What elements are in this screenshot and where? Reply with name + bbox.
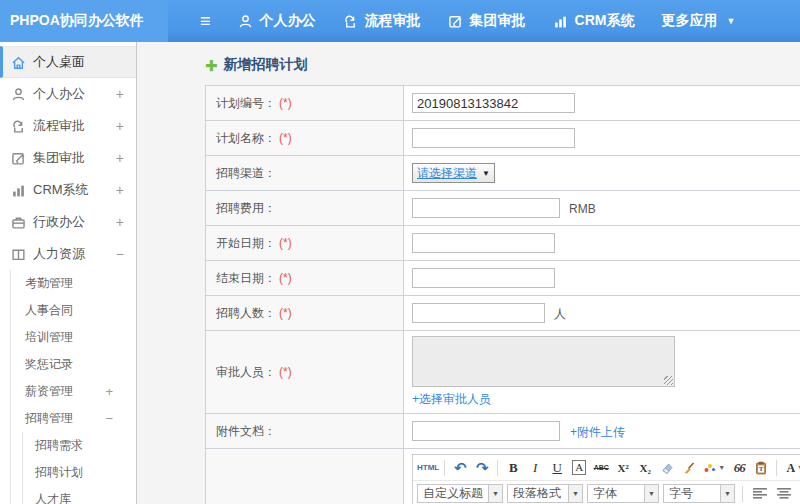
underline-button[interactable]: U: [547, 458, 567, 478]
briefcase-icon: [11, 215, 26, 230]
sidebar-item-crm[interactable]: CRM系统 +: [0, 174, 136, 206]
color-sparkle-icon: [703, 461, 716, 474]
align-left-button[interactable]: [750, 484, 770, 504]
caret-down-icon: ▼: [644, 485, 658, 502]
caret-down-icon: ▼: [718, 464, 725, 471]
sidebar-item-recruit-mgmt[interactable]: 招聘管理 −: [11, 405, 136, 432]
sidebar-item-hr[interactable]: 人力资源 −: [0, 238, 136, 270]
form-row-attachment: 附件文档： +附件上传: [206, 414, 800, 449]
channel-select[interactable]: 请选择渠道 ▼: [412, 163, 495, 183]
sidebar-item-recruit-plan[interactable]: 招聘计划: [23, 459, 136, 486]
collapse-icon[interactable]: −: [105, 412, 113, 425]
blockquote-button[interactable]: 66: [729, 458, 749, 478]
sidebar-item-workflow-approval[interactable]: 流程审批 +: [0, 110, 136, 142]
start-date-input[interactable]: [412, 233, 555, 253]
paste-as-text-button[interactable]: T: [751, 458, 771, 478]
cost-input[interactable]: [412, 198, 560, 218]
user-icon: [238, 14, 253, 29]
font-style-button[interactable]: A: [569, 458, 589, 478]
sidebar-item-personal-office[interactable]: 个人办公 +: [0, 78, 136, 110]
sidebar-item-talent-pool[interactable]: 人才库: [23, 486, 136, 504]
form-row-cost: 招聘费用： RMB: [206, 191, 800, 226]
font-family-dropdown[interactable]: 字体 ▼: [587, 484, 659, 503]
color-effects-button[interactable]: ▼: [701, 458, 727, 478]
editor-toolbar-row2: 自定义标题 ▼ 段落格式 ▼ 字体 ▼: [413, 481, 800, 504]
sidebar-item-label: 人事合同: [25, 302, 73, 319]
field-label: 招聘人数：: [216, 306, 276, 320]
sidebar-item-group-approval[interactable]: 集团审批 +: [0, 142, 136, 174]
app-logo: PHPOA协同办公软件: [0, 0, 168, 42]
sidebar-item-training[interactable]: 培训管理: [11, 324, 136, 351]
custom-title-dropdown[interactable]: 自定义标题 ▼: [417, 484, 503, 503]
plan-number-input[interactable]: [412, 93, 575, 113]
hamburger-menu-icon[interactable]: ≡: [200, 12, 211, 30]
sidebar-item-label: 个人桌面: [33, 53, 85, 71]
undo-button[interactable]: ↶: [450, 458, 470, 478]
dropdown-value: 段落格式: [508, 485, 568, 502]
sidebar-item-rewards[interactable]: 奖惩记录: [11, 351, 136, 378]
toolbar-separator: [742, 486, 743, 502]
field-label: 审批人员：: [216, 365, 276, 379]
sidebar-item-label: 考勤管理: [25, 275, 73, 292]
nav-label: 流程审批: [365, 12, 421, 30]
paragraph-format-dropdown[interactable]: 段落格式 ▼: [507, 484, 583, 503]
form-row-start-date: 开始日期：(*): [206, 226, 800, 261]
align-center-button[interactable]: [774, 484, 794, 504]
rich-text-editor: HTML ↶ ↷ B I U A ABC X²: [412, 454, 800, 504]
approvers-textarea[interactable]: [412, 336, 675, 387]
field-label: 计划名称：: [216, 131, 276, 145]
expand-icon[interactable]: +: [116, 87, 124, 101]
channel-select-value: 请选择渠道: [417, 165, 477, 182]
italic-button[interactable]: I: [525, 458, 545, 478]
form-row-plan-name: 计划名称：(*): [206, 121, 800, 156]
strikethrough-button[interactable]: ABC: [591, 458, 611, 478]
sidebar-item-label: 奖惩记录: [25, 356, 73, 373]
sidebar-item-hr-contract[interactable]: 人事合同: [11, 297, 136, 324]
expand-icon[interactable]: +: [116, 151, 124, 165]
end-date-input[interactable]: [412, 268, 555, 288]
expand-icon[interactable]: +: [116, 215, 124, 229]
nav-item-crm[interactable]: CRM系统: [553, 12, 635, 30]
sidebar-item-attendance[interactable]: 考勤管理: [11, 270, 136, 297]
caret-down-icon: ▼: [568, 485, 582, 502]
plan-name-input[interactable]: [412, 128, 575, 148]
expand-icon[interactable]: +: [116, 119, 124, 133]
sidebar-item-label: 流程审批: [33, 117, 85, 135]
nav-item-group-approval[interactable]: 集团审批: [448, 12, 526, 30]
select-approvers-link[interactable]: +选择审批人员: [412, 391, 491, 408]
nav-item-more-apps[interactable]: 更多应用 ▼: [661, 12, 735, 30]
edit-icon: [448, 14, 463, 29]
sidebar-item-label: 招聘需求: [35, 437, 83, 454]
sidebar-hr-submenu: 考勤管理 人事合同 培训管理 奖惩记录 薪资管理 + 招聘管理 −: [10, 270, 136, 504]
plus-icon: ✚: [205, 58, 218, 73]
sidebar-item-label: 集团审批: [33, 149, 85, 167]
format-brush-button[interactable]: [679, 458, 699, 478]
headcount-input[interactable]: [412, 303, 545, 323]
editor-row-label: [206, 449, 404, 504]
nav-item-workflow-approval[interactable]: 流程审批: [343, 12, 421, 30]
resize-grip-icon[interactable]: [664, 376, 673, 385]
upload-attachment-link[interactable]: +附件上传: [570, 425, 625, 439]
sidebar-item-personal-desktop[interactable]: 个人桌面: [0, 46, 136, 78]
caret-down-icon: ▼: [726, 16, 735, 26]
dropdown-value: 字体: [588, 485, 644, 502]
subscript-button[interactable]: X₂: [635, 458, 655, 478]
attachment-input[interactable]: [412, 421, 560, 441]
superscript-button[interactable]: X²: [613, 458, 633, 478]
nav-item-personal-office[interactable]: 个人办公: [238, 12, 316, 30]
sidebar-item-admin-office[interactable]: 行政办公 +: [0, 206, 136, 238]
required-marker: (*): [279, 96, 292, 110]
sidebar-item-salary[interactable]: 薪资管理 +: [11, 378, 136, 405]
expand-icon[interactable]: +: [116, 183, 124, 197]
bold-button[interactable]: B: [503, 458, 523, 478]
main-content: ✚ 新增招聘计划 计划编号：(*) 计划名称：(*) 招聘渠道： 请选择渠道: [137, 42, 800, 504]
sidebar-item-recruit-demand[interactable]: 招聘需求: [23, 432, 136, 459]
html-source-button[interactable]: HTML: [417, 458, 439, 478]
font-size-dropdown[interactable]: 字号 ▼: [663, 484, 735, 503]
font-color-button[interactable]: A ▼: [782, 458, 800, 478]
redo-button[interactable]: ↷: [472, 458, 492, 478]
form-row-headcount: 招聘人数：(*) 人: [206, 296, 800, 331]
collapse-icon[interactable]: −: [116, 247, 124, 261]
expand-icon[interactable]: +: [105, 385, 113, 398]
eraser-button[interactable]: [657, 458, 677, 478]
